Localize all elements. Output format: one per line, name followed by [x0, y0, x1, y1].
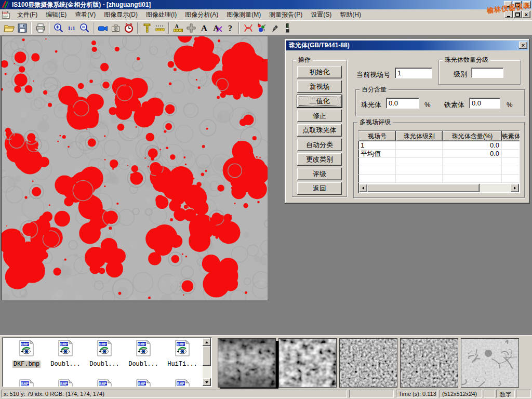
file-item[interactable]: Doubl...	[125, 340, 162, 368]
caliper-vertical-icon	[141, 22, 153, 34]
new-field-button[interactable]: 新视场	[297, 81, 342, 93]
annotate-button[interactable]: A	[171, 21, 184, 34]
col-ferrite[interactable]: 铁素体	[502, 131, 520, 141]
file-name: Doubl...	[127, 361, 159, 368]
text-button[interactable]: A	[197, 21, 210, 34]
thumbnail-4[interactable]	[400, 338, 458, 388]
file-item[interactable]: Doubl...	[86, 340, 123, 368]
brush-button[interactable]	[281, 21, 294, 34]
scroll-thumb[interactable]	[367, 184, 480, 192]
grade-input[interactable]	[471, 68, 503, 78]
file-item[interactable]	[125, 379, 162, 387]
table-row-empty	[358, 175, 520, 183]
rate-button[interactable]: 评级	[297, 168, 342, 180]
save-button[interactable]	[16, 21, 29, 34]
file-item[interactable]: HuiTi...	[164, 340, 201, 368]
zoom-out-button[interactable]	[78, 21, 91, 34]
file-vscrollbar[interactable]	[203, 338, 211, 386]
cell: 平均值	[358, 150, 396, 158]
help-button[interactable]: ?	[223, 21, 236, 34]
current-field-label: 当前视场号	[356, 70, 390, 79]
bottom-panel: DKF.bmp Doubl... Doubl... Doubl... HuiTi…	[0, 335, 532, 389]
bmp-file-icon	[175, 379, 190, 387]
mdi-close-button[interactable]: ×	[522, 11, 530, 18]
video-capture-button[interactable]	[96, 21, 109, 34]
scroll-thumb[interactable]	[203, 346, 211, 366]
cell	[502, 141, 520, 150]
bmp-file-icon	[58, 340, 73, 356]
table-row[interactable]: 平均值 0.0	[358, 150, 520, 158]
thumbnail-2[interactable]	[278, 338, 337, 388]
table-row[interactable]: 1 0.0	[358, 141, 520, 150]
zoom-in-button[interactable]	[52, 21, 65, 34]
file-item[interactable]	[47, 379, 84, 387]
timer-button[interactable]	[122, 21, 135, 34]
zoom-in-icon	[53, 22, 64, 34]
dialog-title-bar[interactable]: 珠光体(GB/T9441-88) ×	[286, 41, 528, 50]
open-button[interactable]	[3, 21, 16, 34]
menu-item-edit[interactable]: 编辑(E)	[42, 9, 71, 21]
menu-item-file[interactable]: 文件(F)	[13, 9, 42, 21]
caliper-measure-button[interactable]	[140, 21, 153, 34]
col-field[interactable]: 视场号	[358, 131, 396, 141]
menu-item-image-display[interactable]: 图像显示(D)	[100, 9, 142, 21]
status-empty-2	[484, 390, 495, 398]
table-hscrollbar[interactable]	[359, 184, 519, 192]
file-item[interactable]	[8, 379, 45, 387]
percent-group-label: 百分含量	[360, 86, 389, 93]
scroll-left-button[interactable]	[359, 184, 367, 192]
rating-table: 视场号 珠光体级别 珠光体含量(%) 铁素体 1 0.0 平均值	[358, 130, 520, 193]
line-measure-button[interactable]	[153, 21, 166, 34]
bmp-file-icon	[175, 340, 190, 356]
file-name: HuiTi...	[166, 361, 198, 368]
auto-classify-button[interactable]: 自动分类	[297, 139, 342, 151]
pick-pearlite-button[interactable]: 点取珠光体	[297, 124, 342, 137]
cell	[396, 150, 443, 158]
actual-size-button[interactable]: 1:1	[65, 21, 78, 34]
pick-button[interactable]	[268, 21, 281, 34]
photo-capture-button[interactable]	[109, 21, 122, 34]
workspace: 珠光体(GB/T9441-88) × 操作 初始化 新视场 二值化 修正 点取珠…	[0, 35, 532, 335]
scroll-down-button[interactable]	[203, 378, 211, 386]
file-item[interactable]: Doubl...	[47, 340, 84, 368]
file-item[interactable]: DKF.bmp	[8, 340, 45, 368]
menu-item-view[interactable]: 查看(V)	[71, 9, 100, 21]
return-button[interactable]: 返回	[297, 182, 342, 195]
pearlite-input[interactable]	[386, 98, 419, 109]
binarize-button[interactable]: 二值化	[297, 95, 342, 108]
menu-item-help[interactable]: 帮助(H)	[336, 9, 365, 21]
reject-curve-button[interactable]	[242, 21, 255, 34]
thumbnail-5[interactable]	[461, 338, 519, 388]
col-grade[interactable]: 珠光体级别	[396, 131, 443, 141]
menu-item-settings[interactable]: 设置(S)	[307, 9, 336, 21]
thumbnail-3[interactable]	[339, 338, 397, 388]
scroll-up-button[interactable]	[203, 338, 211, 346]
file-item[interactable]	[164, 379, 201, 387]
menu-item-report[interactable]: 测量报告(P)	[265, 9, 307, 21]
init-button[interactable]: 初始化	[297, 66, 342, 78]
change-class-button[interactable]: 更改类别	[297, 153, 342, 166]
menu-item-image-measure[interactable]: 图像测量(M)	[222, 9, 265, 21]
correct-button[interactable]: 修正	[297, 110, 342, 122]
title-bar[interactable]: IS100显微摄像系统(金相分析版) - [zhuguangti01] ×	[0, 0, 532, 9]
menu-bar: DOC 文件(F) 编辑(E) 查看(V) 图像显示(D) 图像处理(I) 图像…	[0, 9, 532, 20]
scroll-right-button[interactable]	[511, 184, 519, 192]
file-browser: DKF.bmp Doubl... Doubl... Doubl... HuiTi…	[2, 337, 212, 387]
camera-icon	[110, 22, 122, 34]
print-button[interactable]	[34, 21, 47, 34]
col-content[interactable]: 珠光体含量(%)	[443, 131, 502, 141]
ferrite-input[interactable]	[469, 98, 500, 109]
toolbar-separator	[49, 22, 50, 34]
move-button[interactable]	[184, 21, 197, 34]
micrograph-image[interactable]	[1, 36, 268, 300]
text-delete-button[interactable]: A	[210, 21, 223, 34]
menu-item-image-analysis[interactable]: 图像分析(A)	[181, 9, 222, 21]
menu-item-image-process[interactable]: 图像处理(I)	[142, 9, 181, 21]
dialog-close-button[interactable]: ×	[519, 42, 527, 49]
file-item[interactable]	[86, 379, 123, 387]
current-field-input[interactable]	[395, 68, 432, 78]
document-icon[interactable]: DOC	[2, 10, 10, 19]
classify-button[interactable]: 1 2 3	[255, 21, 268, 34]
toolbar-separator	[168, 22, 169, 34]
thumbnail-1[interactable]	[218, 338, 276, 388]
